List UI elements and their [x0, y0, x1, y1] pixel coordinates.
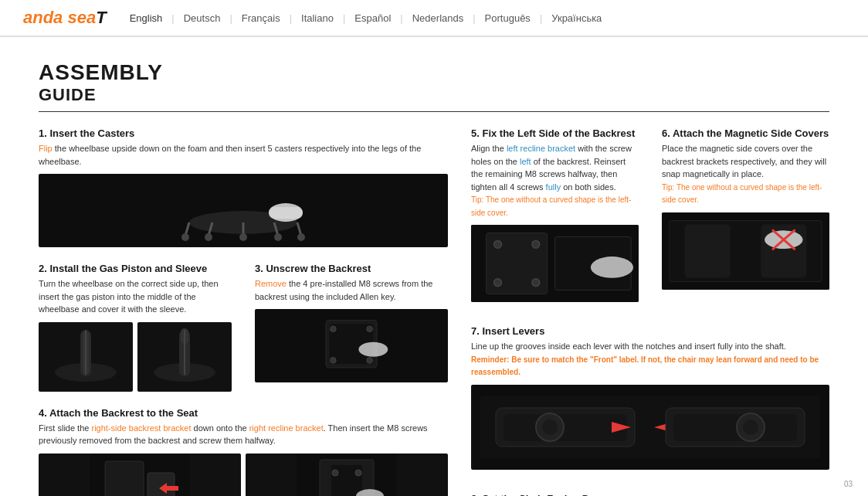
svg-point-31 [358, 342, 388, 357]
step-4-title: 4. Attach the Backrest to the Seat [39, 407, 448, 419]
svg-point-30 [367, 358, 373, 364]
svg-point-9 [205, 233, 212, 241]
step-2-title: 2. Install the Gas Piston and Sleeve [39, 263, 232, 274]
svg-rect-66 [673, 414, 797, 441]
svg-point-68 [743, 420, 758, 435]
svg-point-47 [494, 279, 502, 287]
step-1-title: 1. Insert the Casters [39, 127, 448, 139]
svg-point-62 [542, 420, 558, 435]
svg-point-28 [367, 326, 373, 332]
step-6: 6. Attach the Magnetic Side Covers Place… [662, 127, 829, 302]
step-6-title: 6. Attach the Magnetic Side Covers [662, 127, 829, 139]
step-2-images [39, 322, 232, 392]
step-3-desc: Remove the 4 pre-installed M8 screws fro… [255, 277, 448, 303]
nav-sep-3: | [290, 12, 292, 24]
page-number: 03 [844, 480, 853, 488]
nav-sep-4: | [343, 12, 345, 24]
step-5-title: 5. Fix the Left Side of the Backrest [471, 127, 639, 139]
nav-sep-2: | [229, 12, 232, 24]
svg-rect-13 [269, 207, 303, 219]
step-2-image-1 [39, 322, 133, 392]
header: anda seaT English | Deutsch | Français |… [0, 0, 868, 37]
title-divider [39, 111, 829, 112]
svg-point-29 [331, 358, 337, 364]
steps-grid-right: 5. Fix the Left Side of the Backrest Ali… [471, 127, 829, 496]
svg-point-27 [331, 326, 337, 332]
step-6-desc: Place the magnetic side covers over the … [662, 142, 829, 206]
step-2: 2. Install the Gas Piston and Sleeve Tur… [39, 263, 232, 392]
nav-english[interactable]: English [130, 11, 163, 25]
step-4-image-2 [246, 454, 448, 497]
logo: anda seaT [23, 8, 107, 28]
step-5-tip: Tip: The one without a curved shape is t… [471, 195, 631, 217]
step-1: 1. Insert the Casters Flip the wheelbase… [39, 127, 448, 247]
logo-text: anda seaT [23, 8, 107, 27]
step-8: 8. Set the Chair Facing Down Now gently … [471, 493, 829, 497]
nav-sep-6: | [473, 12, 475, 24]
svg-point-39 [332, 470, 338, 476]
svg-point-46 [532, 240, 540, 248]
step-7-title: 7. Insert Levers [471, 325, 829, 337]
svg-point-10 [274, 233, 282, 241]
step-5: 5. Fix the Left Side of the Backrest Ali… [471, 127, 639, 302]
svg-point-7 [181, 233, 189, 241]
svg-rect-33 [105, 461, 144, 497]
step-3-title: 3. Unscrew the Backrest [255, 263, 448, 274]
step-4-images [39, 454, 448, 497]
nav-deutsch[interactable]: Deutsch [184, 11, 221, 25]
main-content: ASSEMBLY GUIDE 1. Insert the Casters Fli… [0, 37, 868, 496]
svg-rect-52 [685, 224, 731, 277]
nav-ukrainska[interactable]: Українська [551, 11, 602, 25]
step-4-image-1 [39, 454, 241, 497]
step-5-desc: Align the left recline bracket with the … [471, 142, 639, 219]
step-4: 4. Attach the Backrest to the Seat First… [39, 407, 448, 497]
nav-sep-7: | [540, 12, 542, 24]
right-column: 5. Fix the Left Side of the Backrest Ali… [471, 127, 829, 496]
left-column: 1. Insert the Casters Flip the wheelbase… [39, 127, 448, 496]
svg-point-40 [355, 470, 361, 476]
svg-rect-60 [504, 414, 627, 441]
nav-sep-5: | [400, 12, 402, 24]
step-7-desc: Line up the grooves inside each lever wi… [471, 340, 829, 379]
step-1-desc: Flip the wheelbase upside down on the fo… [39, 142, 448, 168]
nav-italiano[interactable]: Italiano [301, 11, 334, 25]
step-6-tip: Tip: The one without a curved shape is t… [662, 183, 822, 205]
step-2-desc: Turn the wheelbase on the correct side u… [39, 277, 232, 316]
svg-point-45 [494, 240, 502, 248]
step-7-reminder: Reminder: Be sure to match the "Front" l… [471, 355, 819, 377]
nav-nederlands[interactable]: Nederlands [412, 11, 464, 25]
svg-rect-34 [147, 473, 175, 497]
svg-point-48 [532, 279, 540, 287]
steps-grid-left: 1. Insert the Casters Flip the wheelbase… [39, 127, 448, 496]
step-4-desc: First slide the right-side backrest brac… [39, 422, 448, 447]
step-8-title: 8. Set the Chair Facing Down [471, 493, 829, 497]
title-guide: GUIDE [39, 85, 829, 105]
content-columns: 1. Insert the Casters Flip the wheelbase… [39, 127, 829, 496]
step-3-image [255, 309, 448, 382]
step-7-image [471, 385, 829, 470]
step-6-image [662, 212, 829, 290]
svg-point-8 [297, 233, 305, 241]
page-title: ASSEMBLY GUIDE [39, 60, 829, 112]
title-assembly: ASSEMBLY [39, 60, 829, 85]
step-5-image [471, 225, 639, 302]
step-7: 7. Insert Levers Line up the grooves ins… [471, 325, 829, 470]
nav-sep-1: | [171, 12, 174, 24]
step-3: 3. Unscrew the Backrest Remove the 4 pre… [255, 263, 448, 392]
nav-portugues[interactable]: Português [485, 11, 531, 25]
nav-francais[interactable]: Français [242, 11, 280, 25]
step-1-image [39, 174, 448, 247]
step-2-image-2 [137, 322, 232, 392]
svg-point-49 [591, 256, 633, 278]
nav: English | Deutsch | Français | Italiano … [130, 11, 602, 25]
nav-espanol[interactable]: Español [354, 11, 391, 25]
svg-point-11 [239, 233, 247, 241]
